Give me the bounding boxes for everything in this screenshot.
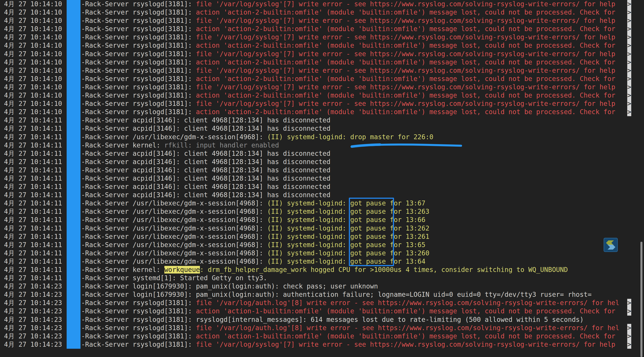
- log-timestamp: 4月 27 10:14:11: [0, 150, 63, 158]
- scrollbar-thumb[interactable]: [640, 242, 642, 357]
- log-timestamp: 4月 27 10:14:11: [0, 199, 63, 207]
- line-truncation-indicator: >: [627, 0, 631, 8]
- log-text-segment: action 'action-2-builtin:omfile' (module…: [196, 9, 616, 16]
- log-text-segment: action 'action-2-builtin:omfile' (module…: [196, 108, 616, 116]
- log-timestamp: 4月 27 10:14:23: [0, 307, 63, 315]
- log-text-segment: file '/var/log/syslog'[7] write error - …: [196, 100, 616, 107]
- log-timestamp: 4月 27 10:14:23: [0, 340, 63, 349]
- log-text-segment: -Rack-Server rsyslogd[3181]: rsyslogd[in…: [81, 316, 584, 323]
- hostname-redaction-bar: [67, 8, 80, 17]
- log-text-segment: file '/var/log/syslog'[7] write error - …: [196, 50, 616, 58]
- hostname-redaction-bar: [67, 315, 80, 324]
- log-timestamp: 4月 27 10:14:11: [0, 266, 63, 274]
- log-text-segment: (II) systemd-logind: got pause for 13:26…: [267, 208, 429, 215]
- line-truncation-indicator: >: [627, 67, 631, 75]
- log-row: 4月 27 10:14:10-Rack-Server rsyslogd[3181…: [0, 50, 644, 58]
- log-text-segment: -Rack-Server rsyslogd[3181]:: [81, 67, 196, 74]
- log-text-segment: file '/var/log/syslog'[7] write error - …: [196, 341, 616, 348]
- log-row: 4月 27 10:14:10-Rack-Server rsyslogd[3181…: [0, 91, 644, 100]
- log-timestamp: 4月 27 10:14:23: [0, 332, 63, 340]
- hostname-redaction-bar: [67, 133, 80, 141]
- log-timestamp: 4月 27 10:14:11: [0, 166, 63, 174]
- log-row: 4月 27 10:14:23-Rack-Server rsyslogd[3181…: [0, 340, 644, 349]
- log-text-segment: file '/var/log/syslog'[7] write error - …: [196, 17, 616, 25]
- hostname-redaction-bar: [67, 282, 80, 290]
- log-timestamp: 4月 27 10:14:23: [0, 299, 63, 307]
- line-truncation-indicator: >: [627, 25, 631, 33]
- log-text-segment: file '/var/log/syslog'[7] write error - …: [196, 67, 616, 74]
- line-truncation-indicator: >: [627, 17, 631, 25]
- log-text-segment: -Rack-Server /usr/libexec/gdm-x-session[…: [81, 224, 267, 232]
- log-text-segment: (II) systemd-logind: drop master for 226…: [267, 133, 433, 141]
- log-timestamp: 4月 27 10:14:10: [0, 91, 63, 100]
- log-text-segment: -Rack-Server /usr/libexec/gdm-x-session[…: [81, 216, 267, 224]
- log-text-segment: -Rack-Server acpid[3146]: client 4968[12…: [81, 166, 330, 174]
- log-text-segment: -Rack-Server rsyslogd[3181]:: [81, 9, 196, 16]
- log-row: 4月 27 10:14:11-Rack-Server /usr/libexec/…: [0, 257, 644, 266]
- log-text-segment: -Rack-Server acpid[3146]: client 4968[12…: [81, 158, 330, 166]
- log-timestamp: 4月 27 10:14:10: [0, 67, 63, 75]
- log-timestamp: 4月 27 10:14:11: [0, 116, 63, 124]
- log-text-segment: action 'action-2-builtin:omfile' (module…: [196, 42, 616, 49]
- hostname-redaction-bar: [67, 191, 80, 199]
- log-text-segment: -Rack-Server acpid[3146]: client 4968[12…: [81, 191, 330, 199]
- hostname-redaction-bar: [67, 0, 80, 8]
- log-text-segment: -Rack-Server rsyslogd[3181]:: [81, 299, 196, 307]
- line-truncation-indicator: >: [627, 50, 631, 58]
- line-truncation-indicator: >: [627, 83, 631, 91]
- log-text-segment: -Rack-Server acpid[3146]: client 4968[12…: [81, 125, 330, 132]
- log-text-segment: -Rack-Server rsyslogd[3181]:: [81, 307, 196, 315]
- log-text-segment: -Rack-Server rsyslogd[3181]:: [81, 17, 196, 25]
- log-timestamp: 4月 27 10:14:10: [0, 42, 63, 50]
- log-text-segment: -Rack-Server rsyslogd[3181]:: [81, 0, 196, 8]
- log-text-segment: file '/var/log/syslog'[7] write error - …: [196, 0, 616, 8]
- hostname-redaction-bar: [67, 116, 80, 124]
- log-timestamp: 4月 27 10:14:10: [0, 100, 63, 108]
- journal-log-output: 4月 27 10:14:10-Rack-Server rsyslogd[3181…: [0, 0, 644, 349]
- log-text-segment: -Rack-Server rsyslogd[3181]:: [81, 42, 196, 49]
- log-text-segment: action 'action-1-builtin:omfile' (module…: [196, 307, 616, 315]
- log-row: 4月 27 10:14:10-Rack-Server rsyslogd[3181…: [0, 75, 644, 83]
- log-text-segment: -Rack-Server rsyslogd[3181]:: [81, 33, 196, 41]
- log-text-segment: -Rack-Server acpid[3146]: client 4968[12…: [81, 150, 330, 157]
- log-text-segment: -Rack-Server /usr/libexec/gdm-x-session[…: [81, 199, 267, 207]
- hostname-redaction-bar: [67, 124, 80, 133]
- log-row: 4月 27 10:14:10-Rack-Server rsyslogd[3181…: [0, 83, 644, 91]
- hostname-redaction-bar: [67, 141, 80, 150]
- log-text-segment: -Rack-Server /usr/libexec/gdm-x-session[…: [81, 233, 267, 240]
- log-timestamp: 4月 27 10:14:11: [0, 124, 63, 133]
- log-timestamp: 4月 27 10:14:10: [0, 108, 63, 116]
- log-row: 4月 27 10:14:10-Rack-Server rsyslogd[3181…: [0, 67, 644, 75]
- line-truncation-indicator: >: [627, 108, 631, 116]
- log-row: 4月 27 10:14:11-Rack-Server /usr/libexec/…: [0, 133, 644, 141]
- hostname-redaction-bar: [67, 183, 80, 191]
- log-timestamp: 4月 27 10:14:11: [0, 133, 63, 141]
- log-text-segment: -Rack-Server rsyslogd[3181]:: [81, 50, 196, 58]
- log-text-segment: -Rack-Server /usr/libexec/gdm-x-session[…: [81, 249, 267, 257]
- log-text-segment: -Rack-Server rsyslogd[3181]:: [81, 83, 196, 91]
- line-truncation-indicator: >: [627, 100, 631, 108]
- log-text-segment: -Rack-Server rsyslogd[3181]:: [81, 108, 196, 116]
- log-text-segment: -Rack-Server login[1679930]: pam_unix(lo…: [81, 282, 378, 290]
- line-truncation-indicator: >: [627, 324, 631, 332]
- log-timestamp: 4月 27 10:14:10: [0, 83, 63, 91]
- hostname-redaction-bar: [67, 266, 80, 274]
- log-timestamp: 4月 27 10:14:11: [0, 207, 63, 216]
- log-text-segment: -Rack-Server rsyslogd[3181]:: [81, 75, 196, 83]
- log-text-segment: -Rack-Server acpid[3146]: client 4968[12…: [81, 183, 330, 190]
- log-row: 4月 27 10:14:11-Rack-Server acpid[3146]: …: [0, 124, 644, 133]
- log-text-segment: -Rack-Server /usr/libexec/gdm-x-session[…: [81, 133, 267, 141]
- log-row: 4月 27 10:14:10-Rack-Server rsyslogd[3181…: [0, 25, 644, 33]
- log-text-segment: -Rack-Server acpid[3146]: client 4968[12…: [81, 116, 330, 124]
- hostname-redaction-bar: [67, 33, 80, 42]
- log-text-segment: -Rack-Server systemd[1]: Started Getty o…: [81, 274, 267, 282]
- log-row: 4月 27 10:14:10-Rack-Server rsyslogd[3181…: [0, 0, 644, 8]
- log-row: 4月 27 10:14:11-Rack-Server acpid[3146]: …: [0, 174, 644, 183]
- hostname-redaction-bar: [67, 199, 80, 207]
- log-timestamp: 4月 27 10:14:11: [0, 257, 63, 266]
- log-timestamp: 4月 27 10:14:23: [0, 290, 63, 299]
- pager-status-row: lines 416791-416832: [0, 349, 96, 357]
- line-truncation-indicator: >: [627, 33, 631, 42]
- log-text-segment: action 'action-1-builtin:omfile' (module…: [196, 332, 616, 340]
- log-timestamp: 4月 27 10:14:11: [0, 191, 63, 199]
